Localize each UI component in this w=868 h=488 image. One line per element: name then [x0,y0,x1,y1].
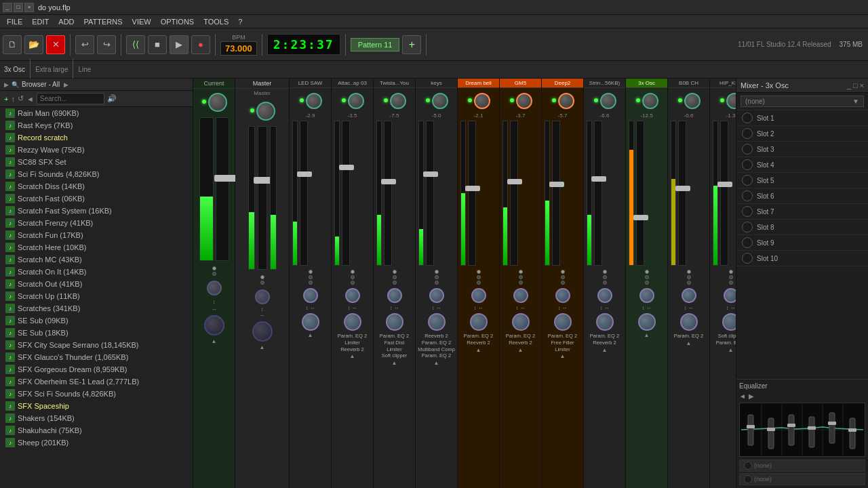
channel-6-route-1[interactable] [519,275,523,279]
channel-2-route-2[interactable] [351,281,355,285]
refresh-browser-icon[interactable]: ↺ [18,94,24,103]
channel-7-send-knob[interactable] [555,288,570,303]
channel-8-route-2[interactable] [603,281,607,285]
eq-expand-icon[interactable]: ◄ [739,392,746,400]
undo-button[interactable]: ↩ [75,35,94,54]
channel-11-route-1[interactable] [729,275,733,279]
channel-2-pan-knob[interactable] [344,313,361,331]
channel-8-route-1[interactable] [603,275,607,279]
channel-5-fader[interactable] [465,186,480,191]
eq-settings-icon[interactable]: ▶ [749,392,754,400]
channel-8-route-0[interactable] [603,270,607,274]
slot-item-4[interactable]: Slot 5 [736,173,868,188]
current-send-knob[interactable] [207,281,222,296]
bpm-display[interactable]: 73.000 [220,41,257,56]
prev-browser-icon[interactable]: ◄ [26,95,34,103]
open-button[interactable]: 📂 [24,35,43,54]
browser-item-13[interactable]: ♪Scratch On It (14KB) [0,266,193,278]
master-route-2[interactable] [260,281,264,285]
channel-11-route-0[interactable] [729,270,733,274]
menu-edit[interactable]: EDIT [28,17,53,26]
channel-3-route-0[interactable] [393,270,397,274]
channel-1-pan-knob[interactable] [302,313,319,331]
channel-9-send-knob[interactable] [639,288,654,303]
current-route-1[interactable] [212,266,216,270]
channel-6-route-2[interactable] [519,281,523,285]
browser-item-26[interactable]: ♪Shakuhachi (75KB) [0,424,193,436]
channel-2-route-0[interactable] [351,270,355,274]
eq-enable-toggle[interactable] [744,462,752,470]
browser-item-23[interactable]: ♪SFX Sci Fi Sounds (4,826KB) [0,388,193,400]
current-route-2[interactable] [212,272,216,276]
channel-5-route-0[interactable] [477,270,481,274]
channel-4-pan-knob[interactable] [428,313,446,331]
slot-item-1[interactable]: Slot 2 [736,126,868,142]
maximize-panel-icon[interactable]: □ [853,81,858,89]
channel-11-pan-knob[interactable] [722,313,736,331]
channel-7-route-1[interactable] [561,275,565,279]
browser-item-22[interactable]: ♪SFX Oberheim SE-1 Lead (2,777LB) [0,375,193,388]
master-volume-knob[interactable] [256,102,275,121]
channel-3-fader[interactable] [381,179,396,184]
slot-item-8[interactable]: Slot 9 [736,235,868,251]
browser-item-7[interactable]: ♪Scratch Fast (06KB) [0,192,193,205]
browser-item-0[interactable]: ♪Rain Man (690KB) [0,107,193,119]
browser-item-1[interactable]: ♪Rast Keys (7KB) [0,119,193,131]
channel-11-send-knob[interactable] [724,288,736,303]
channel-4-fader[interactable] [423,171,438,177]
slot-item-2[interactable]: Slot 3 [736,142,868,157]
channel-9-route-1[interactable] [645,275,649,279]
save-button[interactable]: ✕ [46,35,65,54]
stop-button[interactable]: ■ [148,35,167,54]
menu-file[interactable]: FILE [3,17,26,26]
browser-item-21[interactable]: ♪SFX Gorgeous Dream (8,959KB) [0,363,193,375]
channel-10-volume-knob[interactable] [684,93,701,109]
channel-1-route-1[interactable] [309,275,313,279]
browser-item-16[interactable]: ♪Scratches (341KB) [0,302,193,314]
channel-4-route-2[interactable] [435,281,439,285]
channel-4-send-knob[interactable] [429,288,444,303]
channel-9-volume-knob[interactable] [642,93,658,109]
browser-item-25[interactable]: ♪Shakers (154KB) [0,412,193,424]
menu-view[interactable]: VIEW [128,17,155,26]
play-button[interactable]: ▶ [170,35,189,54]
maximize-button[interactable]: □ [14,3,23,12]
channel-6-pan-knob[interactable] [512,313,530,331]
master-pan-knob[interactable] [252,321,273,342]
browser-item-24[interactable]: ♪SFX Spaceship [0,400,193,412]
channel-7-route-2[interactable] [561,281,565,285]
browser-item-18[interactable]: ♪SE Sub (18KB) [0,327,193,339]
menu-add[interactable]: ADD [54,17,78,26]
channel-1-volume-knob[interactable] [306,93,322,109]
channel-10-pan-knob[interactable] [680,313,698,331]
channel-2-send-knob[interactable] [345,288,360,303]
channel-6-volume-knob[interactable] [516,93,532,109]
channel-1-send-knob[interactable] [303,288,318,303]
channel-3-route-2[interactable] [393,281,397,285]
browser-item-19[interactable]: ♪SFX City Scape Serrano (18,145KB) [0,339,193,351]
current-pan-knob[interactable] [204,315,224,336]
channel-7-route-0[interactable] [561,270,565,274]
channel-5-pan-knob[interactable] [470,313,488,331]
browser-item-10[interactable]: ♪Scratch Fun (17KB) [0,229,193,241]
channel-3-send-knob[interactable] [387,288,402,303]
eq-enable-toggle-2[interactable] [744,475,752,483]
channel-11-fader[interactable] [717,182,732,187]
browser-item-20[interactable]: ♪SFX Glauco's Thunder (1,065KB) [0,351,193,363]
browser-item-5[interactable]: ♪Sci Fi Sounds (4,826KB) [0,168,193,180]
current-volume-knob[interactable] [208,93,227,112]
slot-item-7[interactable]: Slot 8 [736,220,868,235]
channel-8-volume-knob[interactable] [600,93,616,109]
close-button[interactable]: × [24,3,34,12]
channel-5-route-2[interactable] [477,281,481,285]
channel-4-route-1[interactable] [435,275,439,279]
channel-5-send-knob[interactable] [471,288,486,303]
browser-item-6[interactable]: ♪Scratch Diss (14KB) [0,180,193,192]
channel-2-volume-knob[interactable] [348,93,364,109]
channel-2-route-1[interactable] [351,275,355,279]
rewind-button[interactable]: ⟨⟨ [126,35,145,54]
channel-1-route-2[interactable] [309,281,313,285]
channel-5-route-1[interactable] [477,275,481,279]
channel-4-volume-knob[interactable] [432,93,448,109]
menu-help[interactable]: ? [234,17,246,26]
